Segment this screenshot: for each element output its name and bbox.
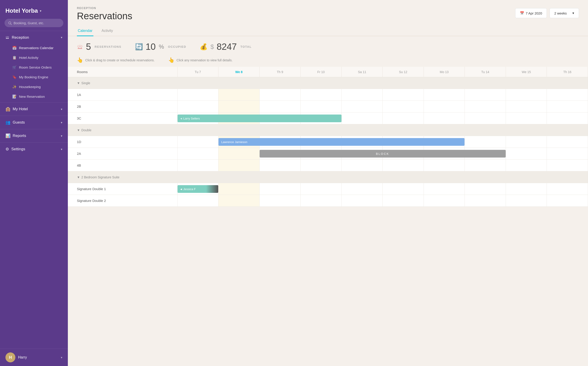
cell-4b-su12[interactable] [383, 160, 424, 171]
click-hint-text: Click any reservation to view full detai… [177, 58, 232, 62]
cell-sig2-th16[interactable] [547, 195, 588, 207]
reservation-jessica[interactable]: ◀ Jessica F [178, 185, 218, 193]
calendar-container[interactable]: Rooms Tu 7 We 8 Th 9 Fr 10 Sa 11 Su 12 M… [68, 67, 588, 366]
cell-1a-su12[interactable] [383, 89, 424, 101]
cell-sig1-we15[interactable] [506, 183, 547, 195]
cell-4b-th9[interactable] [259, 160, 301, 171]
cell-4b-we8[interactable] [218, 160, 260, 171]
cell-2b-th16[interactable] [547, 101, 588, 113]
sidebar-group-settings[interactable]: ⚙ Settings ▾ [0, 144, 68, 155]
cell-2b-mo13[interactable] [424, 101, 465, 113]
cell-1d-tu14[interactable] [465, 136, 506, 148]
single-group-collapse-icon[interactable]: ▼ [77, 81, 80, 85]
sidebar-item-hotel-activity[interactable]: 📋 Hotel Activity [0, 53, 68, 62]
day-header-fr10: Fr 10 [301, 67, 342, 77]
reservation-lawrence-jamieson[interactable]: Lawrence Jamieson [218, 138, 464, 146]
cell-2a-th9[interactable]: BLOCK [259, 148, 301, 160]
cell-2a-we15[interactable] [506, 148, 547, 160]
cell-4b-tu14[interactable] [465, 160, 506, 171]
cell-3c-mo13[interactable] [424, 113, 465, 124]
hotel-dropdown-icon[interactable]: ▾ [40, 9, 41, 13]
cell-4b-th16[interactable] [547, 160, 588, 171]
cell-sig2-tu7[interactable] [177, 195, 218, 207]
double-group-collapse-icon[interactable]: ▼ [77, 128, 80, 132]
reservation-block[interactable]: BLOCK [260, 150, 506, 158]
cell-3c-su12[interactable] [383, 113, 424, 124]
cell-1a-mo13[interactable] [424, 89, 465, 101]
room-label-4b: 4B [68, 160, 177, 171]
my-hotel-label: My Hotel [13, 107, 28, 111]
cell-sig1-tu7[interactable]: ◀ Jessica F [177, 183, 218, 195]
cell-2b-tu7[interactable] [177, 101, 218, 113]
cell-sig1-fr10[interactable] [301, 183, 342, 195]
cell-sig1-th16[interactable] [547, 183, 588, 195]
cell-1a-th9[interactable] [259, 89, 301, 101]
user-profile[interactable]: H Harry ▾ [0, 349, 68, 366]
cell-sig2-su12[interactable] [383, 195, 424, 207]
cell-1a-tu7[interactable] [177, 89, 218, 101]
sidebar-group-guests[interactable]: 👥 Guests ▾ [0, 117, 68, 128]
cell-sig2-tu14[interactable] [465, 195, 506, 207]
cell-1a-fr10[interactable] [301, 89, 342, 101]
cell-4b-fr10[interactable] [301, 160, 342, 171]
cell-sig1-sa11[interactable] [342, 183, 383, 195]
sidebar-item-booking-engine[interactable]: 🔖 My Booking Engine [0, 72, 68, 82]
cell-sig1-mo13[interactable] [424, 183, 465, 195]
cell-1a-we8[interactable] [218, 89, 260, 101]
hotel-name[interactable]: Hotel Yorba [5, 7, 38, 14]
suite-group-collapse-icon[interactable]: ▼ [77, 175, 80, 179]
tab-activity[interactable]: Activity [101, 26, 114, 36]
sidebar-item-new-reservation[interactable]: 📝 New Reservation [0, 92, 68, 101]
cell-sig2-sa11[interactable] [342, 195, 383, 207]
cell-2a-we8[interactable] [218, 148, 260, 160]
cell-3c-tu7[interactable]: Larry Sellers [177, 113, 218, 124]
cell-4b-we15[interactable] [506, 160, 547, 171]
cell-1d-we8[interactable]: Lawrence Jamieson [218, 136, 260, 148]
hotel-activity-label: Hotel Activity [19, 56, 38, 60]
cell-2b-tu14[interactable] [465, 101, 506, 113]
cell-sig1-th9[interactable] [259, 183, 301, 195]
cell-2b-sa11[interactable] [342, 101, 383, 113]
cell-sig2-fr10[interactable] [301, 195, 342, 207]
cell-4b-sa11[interactable] [342, 160, 383, 171]
cell-2b-th9[interactable] [259, 101, 301, 113]
cell-2b-fr10[interactable] [301, 101, 342, 113]
cell-2a-th16[interactable] [547, 148, 588, 160]
cell-1a-tu14[interactable] [465, 89, 506, 101]
cell-sig2-we15[interactable] [506, 195, 547, 207]
sidebar-item-housekeeping[interactable]: ✨ Housekeeping [0, 82, 68, 92]
cell-1a-th16[interactable] [547, 89, 588, 101]
reservation-larry-sellers[interactable]: Larry Sellers [178, 114, 342, 122]
cell-2b-su12[interactable] [383, 101, 424, 113]
cell-1d-tu7[interactable] [177, 136, 218, 148]
period-select[interactable]: 2 weeks ▾ [550, 8, 579, 18]
cell-1a-we15[interactable] [506, 89, 547, 101]
my-hotel-chevron-icon: ▾ [61, 107, 62, 111]
cell-3c-we15[interactable] [506, 113, 547, 124]
cell-2b-we8[interactable] [218, 101, 260, 113]
cell-2b-we15[interactable] [506, 101, 547, 113]
cell-4b-tu7[interactable] [177, 160, 218, 171]
cell-1a-sa11[interactable] [342, 89, 383, 101]
cell-sig1-su12[interactable] [383, 183, 424, 195]
cell-1d-we15[interactable] [506, 136, 547, 148]
cell-1d-th16[interactable] [547, 136, 588, 148]
date-picker-button[interactable]: 📅 7 Apr 2020 [515, 8, 547, 18]
cell-sig2-th9[interactable] [259, 195, 301, 207]
cell-3c-tu14[interactable] [465, 113, 506, 124]
sidebar-group-reports[interactable]: 📊 Reports ▾ [0, 130, 68, 141]
sidebar-item-room-service-orders[interactable]: 🛒 Room Service Orders [0, 62, 68, 72]
cell-4b-mo13[interactable] [424, 160, 465, 171]
cell-3c-th16[interactable] [547, 113, 588, 124]
cell-sig1-tu14[interactable] [465, 183, 506, 195]
cell-sig1-we8[interactable] [218, 183, 260, 195]
cell-sig2-we8[interactable] [218, 195, 260, 207]
sidebar-item-reservations-calendar[interactable]: 📅 Reservations Calendar [0, 43, 68, 53]
sidebar-group-my-hotel[interactable]: 🏨 My Hotel ▾ [0, 103, 68, 115]
cell-2a-tu7[interactable] [177, 148, 218, 160]
cell-sig2-mo13[interactable] [424, 195, 465, 207]
search-bar[interactable]: Booking, Guest, etc. [5, 19, 63, 27]
cell-3c-sa11[interactable] [342, 113, 383, 124]
tab-calendar[interactable]: Calendar [77, 26, 93, 36]
sidebar-group-reception[interactable]: 🛎 Reception ▾ [0, 32, 68, 43]
